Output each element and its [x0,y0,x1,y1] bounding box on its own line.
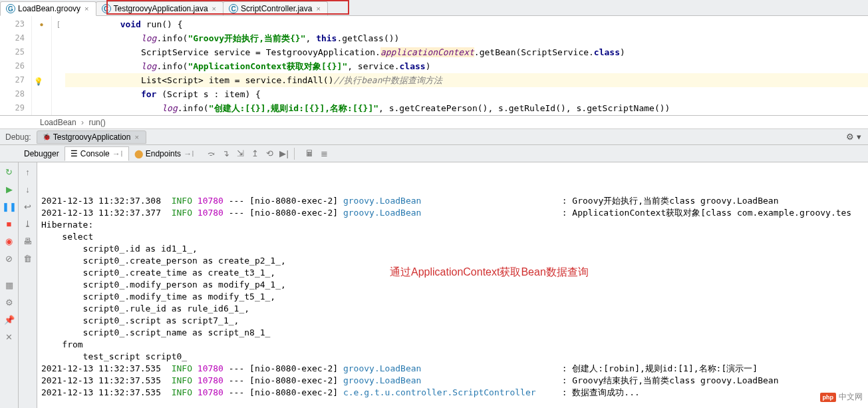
java-class-icon: C [102,4,111,13]
watermark-logo: php [820,393,837,402]
settings-icon[interactable]: ⚙ [3,296,16,309]
step-into-icon[interactable]: ↴ [218,146,233,161]
view-breakpoints-icon[interactable]: ◉ [3,234,16,248]
run-configuration-tab[interactable]: 🐞 TestgroovyApplication × [37,130,146,144]
soft-wrap-icon[interactable]: ↩ [21,200,35,213]
debug-body: ↻ ▶ ❚❚ ■ ◉ ⊘ ▦ ⚙ 📌 ✕ ↑ ↓ ↩ ⤓ 🖶 🗑 通过Appli… [0,162,868,408]
print-icon[interactable]: 🖶 [21,234,35,248]
tab-label: Endpoints [146,149,181,158]
groovy-file-icon: G [6,4,15,13]
mute-breakpoints-icon[interactable]: ⊘ [3,252,16,265]
breadcrumb[interactable]: LoadBean › run() [0,116,868,129]
close-panel-icon[interactable]: ✕ [3,330,16,343]
file-tab-scriptcontroller[interactable]: C ScriptController.java × [223,1,328,15]
line-number-gutter[interactable]: 23242526272829 [0,16,32,115]
watermark: php 中文网 [820,391,863,403]
tab-label: Console [80,149,110,158]
debug-label: Debug: [5,132,31,142]
evaluate-expression-icon[interactable]: 🖩 [302,146,317,161]
run-bug-icon: 🐞 [43,133,51,140]
console-left-toolbar: ↑ ↓ ↩ ⤓ 🖶 🗑 [19,162,37,408]
pin-icon: →⁞ [184,149,194,158]
trace-icon[interactable]: ≣ [317,146,331,161]
tab-console[interactable]: ☰ Console →⁞ [65,146,129,161]
tab-label: Debugger [24,149,59,158]
rerun-icon[interactable]: ↻ [3,165,16,178]
close-icon[interactable]: × [83,5,90,13]
debug-tool-window-header: Debug: 🐞 TestgroovyApplication × ⚙ ▾ [0,129,868,145]
tab-label: ScriptController.java [241,4,312,13]
clear-all-icon[interactable]: 🗑 [21,252,35,265]
run-config-name: TestgroovyApplication [53,132,131,142]
step-out-icon[interactable]: ↥ [247,146,262,161]
endpoints-icon: ⬤ [134,149,143,158]
breadcrumb-part[interactable]: LoadBean [40,118,76,127]
fold-column[interactable]: [ [52,16,65,115]
debug-left-toolbar: ↻ ▶ ❚❚ ■ ◉ ⊘ ▦ ⚙ 📌 ✕ [0,162,19,408]
scroll-up-icon[interactable]: ↑ [21,165,35,178]
marker-column[interactable] [32,16,52,115]
close-icon[interactable]: × [133,133,140,141]
pause-icon[interactable]: ❚❚ [3,200,16,213]
gear-icon[interactable]: ⚙ ▾ [846,132,861,142]
code-area[interactable]: void run() { log.info("Groovy开始执行,当前类{}"… [65,16,868,115]
code-editor[interactable]: 23242526272829 [ void run() { log.info("… [0,16,868,116]
tab-endpoints[interactable]: ⬤ Endpoints →⁞ [129,147,200,160]
run-to-cursor-icon[interactable]: ▶| [277,146,291,161]
editor-tabs-bar: G LoadBean.groovy × C TestgroovyApplicat… [0,0,868,16]
chevron-right-icon: › [81,118,84,127]
annotation-text: 通过ApplicationContext获取Bean数据查询 [390,266,589,280]
layout-icon[interactable]: ▦ [3,278,16,292]
java-class-icon: C [229,4,238,13]
tab-debugger[interactable]: Debugger [19,147,65,160]
close-icon[interactable]: × [315,5,321,13]
close-icon[interactable]: × [211,5,217,13]
force-step-into-icon[interactable]: ⇲ [233,146,247,161]
pin-tab-icon[interactable]: 📌 [3,313,16,326]
scroll-to-end-icon[interactable]: ⤓ [21,217,35,230]
tab-label: TestgroovyApplication.java [114,4,208,13]
watermark-text: 中文网 [839,391,863,403]
stop-icon[interactable]: ■ [3,217,16,230]
console-icon: ☰ [71,149,78,158]
console-output[interactable]: 通过ApplicationContext获取Bean数据查询 2021-12-1… [37,162,868,408]
tab-label: LoadBean.groovy [18,4,80,13]
scroll-down-icon[interactable]: ↓ [21,182,35,196]
pin-icon: →⁞ [112,149,123,158]
file-tab-testgroovyapp[interactable]: C TestgroovyApplication.java × [96,1,224,15]
resume-icon[interactable]: ▶ [3,182,16,196]
debug-toolbar: Debugger ☰ Console →⁞ ⬤ Endpoints →⁞ ⤼ ↴… [0,145,868,162]
step-over-icon[interactable]: ⤼ [204,146,218,161]
file-tab-loadbean[interactable]: G LoadBean.groovy × [0,1,96,16]
breadcrumb-part[interactable]: run() [88,118,105,127]
drop-frame-icon[interactable]: ⟲ [262,146,277,161]
